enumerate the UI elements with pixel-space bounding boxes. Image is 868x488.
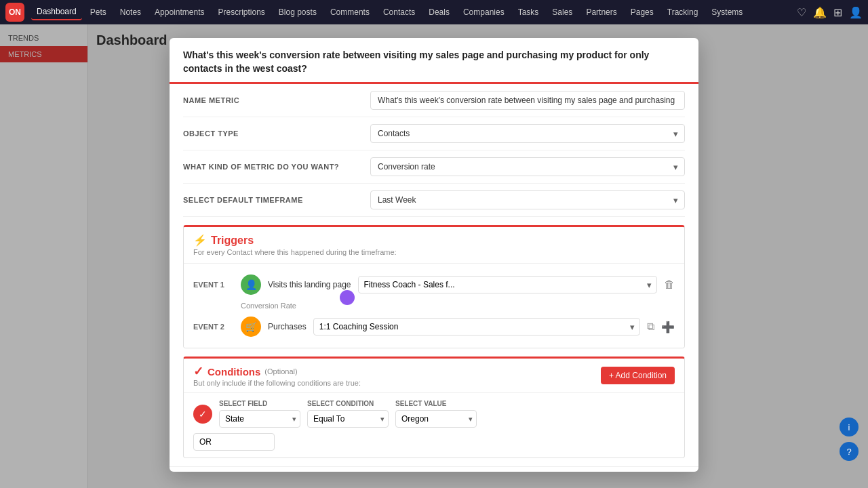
conditions-section: ✓ Conditions (Optional) But only include… bbox=[183, 357, 685, 458]
event1-avatar: 👤 bbox=[241, 274, 261, 295]
modal-title: What's this week's conversion rate betwe… bbox=[183, 49, 685, 75]
conditions-optional: (Optional) bbox=[264, 367, 297, 375]
nav-item-pets[interactable]: Pets bbox=[85, 5, 112, 20]
object-type-select-wrapper: Contacts Deals Companies bbox=[370, 124, 685, 143]
conditions-header: ✓ Conditions (Optional) But only include… bbox=[184, 359, 684, 393]
nav-item-deals[interactable]: Deals bbox=[423, 5, 455, 20]
object-type-control: Contacts Deals Companies bbox=[370, 124, 685, 143]
metric-modal: What's this week's conversion rate betwe… bbox=[170, 38, 698, 472]
event1-select[interactable]: Fitness Coach - Sales f... bbox=[358, 276, 657, 293]
conversion-rate-label: Conversion Rate bbox=[193, 299, 675, 312]
cursor-dot bbox=[340, 290, 355, 305]
event2-row: EVENT 2 🛒 Purchases 1:1 Coaching Session bbox=[193, 312, 675, 341]
select-condition-col: SELECT CONDITION Equal To bbox=[307, 400, 389, 428]
select-value-label: SELECT VALUE bbox=[395, 400, 477, 407]
name-metric-input[interactable] bbox=[370, 91, 685, 110]
nav-item-contacts[interactable]: Contacts bbox=[378, 5, 420, 20]
select-value-select[interactable]: Oregon bbox=[395, 410, 477, 428]
triggers-section: ⚡ Triggers For every Contact where this … bbox=[183, 225, 685, 348]
object-type-label: OBJECT TYPE bbox=[183, 129, 359, 138]
modal-overlay: What's this week's conversion rate betwe… bbox=[0, 24, 868, 488]
user-profile-icon[interactable]: 👤 bbox=[849, 6, 863, 19]
bell-icon[interactable]: 🔔 bbox=[813, 6, 827, 19]
metric-kind-label: WHAT KIND OF METRIC DO YOU WANT? bbox=[183, 163, 359, 171]
timeframe-label: SELECT DEFAULT TIMEFRAME bbox=[183, 196, 359, 204]
timeframe-control: Last Week Last Month Last Quarter bbox=[370, 190, 685, 209]
event2-action: Purchases bbox=[268, 322, 307, 331]
name-metric-label: NAME METRIC bbox=[183, 96, 359, 104]
event2-copy-icon[interactable]: ⧉ bbox=[647, 321, 654, 333]
event1-avatar-icon: 👤 bbox=[245, 279, 257, 290]
event1-label: EVENT 1 bbox=[193, 281, 234, 289]
nav-item-blogposts[interactable]: Blog posts bbox=[273, 5, 322, 20]
event1-row: EVENT 1 👤 Visits this landing page Fitne… bbox=[193, 270, 675, 299]
help-button[interactable]: ? bbox=[840, 442, 859, 461]
select-condition-label: SELECT CONDITION bbox=[307, 400, 389, 407]
timeframe-select-wrapper: Last Week Last Month Last Quarter bbox=[370, 190, 685, 209]
event1-action: Visits this landing page bbox=[268, 280, 351, 289]
event2-avatar-icon: 🛒 bbox=[245, 321, 257, 332]
select-condition-select[interactable]: Equal To bbox=[307, 410, 389, 428]
conditions-subtitle: But only include if the following condit… bbox=[193, 379, 361, 387]
event1-select-wrapper: Fitness Coach - Sales f... bbox=[358, 276, 657, 293]
object-type-select[interactable]: Contacts Deals Companies bbox=[370, 124, 685, 143]
select-field-label: SELECT FIELD bbox=[219, 400, 300, 407]
metric-kind-select[interactable]: Conversion rate Count Sum bbox=[370, 157, 685, 176]
event2-row-wrapper: EVENT 2 🛒 Purchases 1:1 Coaching Session bbox=[193, 312, 675, 341]
conditions-title: ✓ Conditions (Optional) bbox=[193, 364, 361, 379]
app-logo[interactable]: ON bbox=[5, 3, 24, 22]
triggers-body: EVENT 1 👤 Visits this landing page Fitne… bbox=[184, 264, 684, 348]
nav-item-partners[interactable]: Partners bbox=[580, 5, 622, 20]
or-row: OR bbox=[193, 433, 675, 451]
metric-kind-select-wrapper: Conversion rate Count Sum bbox=[370, 157, 685, 176]
condition-row: ✓ SELECT FIELD State SELECT CONDITION bbox=[193, 400, 675, 428]
name-metric-control bbox=[370, 91, 685, 110]
nav-item-sales[interactable]: Sales bbox=[547, 5, 578, 20]
nav-item-pages[interactable]: Pages bbox=[625, 5, 659, 20]
select-value-col: SELECT VALUE Oregon bbox=[395, 400, 477, 428]
grid-icon[interactable]: ⊞ bbox=[833, 6, 842, 19]
side-icons: i ? bbox=[840, 418, 859, 461]
timeframe-row: SELECT DEFAULT TIMEFRAME Last Week Last … bbox=[183, 184, 685, 217]
triggers-subtitle: For every Contact where this happened du… bbox=[193, 248, 675, 256]
select-condition-wrapper: Equal To bbox=[307, 410, 389, 428]
nav-item-appointments[interactable]: Appointments bbox=[149, 5, 210, 20]
object-type-row: OBJECT TYPE Contacts Deals Companies bbox=[183, 117, 685, 150]
nav-item-prescriptions[interactable]: Prescriptions bbox=[212, 5, 270, 20]
event1-delete-icon[interactable]: 🗑 bbox=[664, 279, 675, 291]
add-condition-button[interactable]: + Add Condition bbox=[601, 367, 675, 384]
event2-select-wrapper: 1:1 Coaching Session bbox=[313, 318, 640, 336]
nav-item-comments[interactable]: Comments bbox=[325, 5, 375, 20]
modal-footer: CANCEL DELETE SAVE bbox=[170, 466, 698, 472]
modal-form: NAME METRIC OBJECT TYPE Contacts Deals C… bbox=[170, 84, 698, 217]
metric-kind-control: Conversion rate Count Sum bbox=[370, 157, 685, 176]
event2-select[interactable]: 1:1 Coaching Session bbox=[313, 318, 640, 336]
triggers-title: ⚡ Triggers bbox=[193, 234, 675, 247]
nav-item-tracking[interactable]: Tracking bbox=[662, 5, 704, 20]
nav-item-notes[interactable]: Notes bbox=[115, 5, 146, 20]
metric-kind-row: WHAT KIND OF METRIC DO YOU WANT? Convers… bbox=[183, 150, 685, 184]
select-value-wrapper: Oregon bbox=[395, 410, 477, 428]
top-navigation: ON Dashboard Pets Notes Appointments Pre… bbox=[0, 0, 868, 24]
modal-header: What's this week's conversion rate betwe… bbox=[170, 38, 698, 84]
event2-add-icon[interactable]: ➕ bbox=[661, 321, 675, 333]
or-select[interactable]: OR bbox=[193, 433, 275, 451]
name-metric-row: NAME METRIC bbox=[183, 84, 685, 117]
heart-icon[interactable]: ♡ bbox=[797, 6, 806, 19]
select-field-select[interactable]: State bbox=[219, 410, 300, 428]
conditions-title-wrap: ✓ Conditions (Optional) But only include… bbox=[193, 364, 361, 387]
event2-label: EVENT 2 bbox=[193, 323, 234, 331]
nav-item-companies[interactable]: Companies bbox=[458, 5, 510, 20]
conditions-body: ✓ SELECT FIELD State SELECT CONDITION bbox=[184, 393, 684, 458]
event2-avatar: 🛒 bbox=[241, 317, 261, 337]
nav-item-systems[interactable]: Systems bbox=[706, 5, 748, 20]
checkmark-icon: ✓ bbox=[193, 364, 203, 379]
select-field-wrapper: State bbox=[219, 410, 300, 428]
nav-item-tasks[interactable]: Tasks bbox=[513, 5, 545, 20]
timeframe-select[interactable]: Last Week Last Month Last Quarter bbox=[370, 190, 685, 209]
triggers-header: ⚡ Triggers For every Contact where this … bbox=[184, 227, 684, 264]
condition-icon: ✓ bbox=[193, 405, 212, 424]
nav-item-dashboard[interactable]: Dashboard bbox=[31, 4, 82, 20]
lightning-icon: ⚡ bbox=[193, 234, 207, 247]
info-button[interactable]: i bbox=[840, 418, 859, 436]
